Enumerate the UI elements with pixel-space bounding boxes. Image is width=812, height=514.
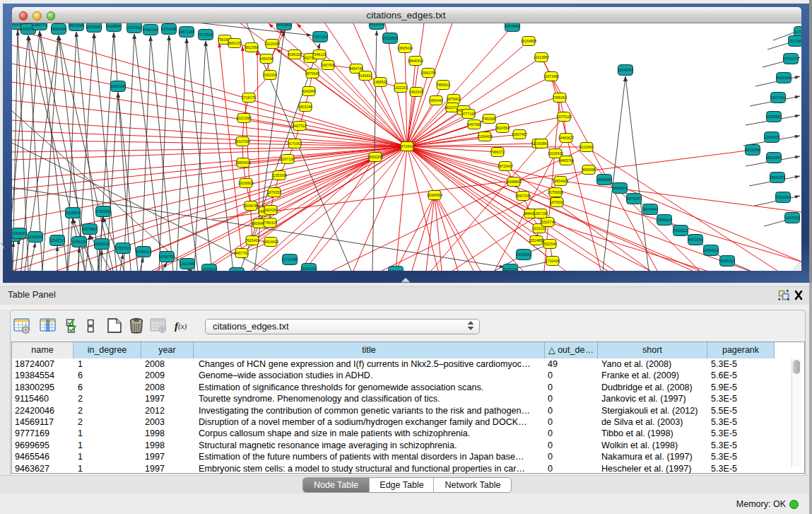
svg-text:1527602: 1527602 (127, 25, 141, 30)
svg-text:2718179: 2718179 (242, 95, 256, 100)
svg-text:9329966: 9329966 (777, 76, 791, 80)
svg-text:2967608: 2967608 (321, 63, 335, 67)
svg-text:10973493: 10973493 (543, 74, 559, 78)
svg-text:8938923: 8938923 (613, 186, 627, 190)
svg-text:1733426: 1733426 (546, 259, 560, 263)
svg-text:1171864: 1171864 (794, 30, 801, 34)
svg-text:18300295: 18300295 (367, 155, 383, 159)
svg-text:7986372: 7986372 (490, 150, 505, 154)
svg-text:12213382: 12213382 (236, 116, 252, 120)
svg-text:19166825: 19166825 (238, 181, 254, 185)
svg-text:13825419: 13825419 (397, 46, 413, 50)
svg-text:7462660: 7462660 (482, 117, 496, 121)
svg-text:12923466: 12923466 (180, 262, 195, 266)
svg-text:18107534: 18107534 (235, 139, 250, 144)
svg-text:9227341: 9227341 (771, 95, 785, 100)
svg-text:20053346: 20053346 (110, 84, 126, 88)
svg-text:8215958: 8215958 (746, 148, 760, 152)
svg-text:10961758: 10961758 (420, 71, 436, 75)
svg-text:1117186: 1117186 (789, 39, 801, 43)
svg-text:7515526: 7515526 (199, 33, 213, 37)
svg-text:20876682: 20876682 (505, 24, 520, 28)
svg-text:9115460: 9115460 (579, 145, 593, 149)
svg-text:9474444: 9474444 (643, 207, 657, 211)
svg-text:1803144: 1803144 (298, 105, 312, 109)
svg-text:10756928: 10756928 (548, 190, 563, 194)
svg-text:15751074: 15751074 (783, 57, 799, 61)
svg-text:6479197: 6479197 (627, 197, 641, 201)
svg-text:12093822: 12093822 (766, 115, 782, 119)
svg-text:21364436: 21364436 (477, 134, 493, 139)
svg-text:3875645: 3875645 (305, 71, 319, 76)
svg-text:(x): (x) (178, 322, 187, 331)
svg-text:16154808: 16154808 (521, 39, 536, 43)
svg-text:10975857: 10975857 (82, 227, 98, 231)
svg-text:1244415: 1244415 (765, 135, 779, 139)
svg-text:10958117: 10958117 (136, 250, 151, 254)
svg-text:17957223: 17957223 (115, 246, 131, 250)
svg-text:1167533: 1167533 (785, 216, 799, 220)
svg-text:19384554: 19384554 (427, 193, 442, 197)
svg-text:9777169: 9777169 (461, 112, 476, 116)
svg-text:18495764: 18495764 (558, 158, 574, 163)
svg-text:20206576: 20206576 (65, 211, 81, 215)
svg-text:15692971: 15692971 (770, 175, 785, 180)
svg-text:7546120: 7546120 (312, 52, 326, 57)
svg-text:10025433: 10025433 (548, 151, 563, 156)
svg-text:2935114: 2935114 (657, 218, 671, 222)
svg-text:20091406: 20091406 (51, 27, 66, 31)
svg-text:16671385: 16671385 (179, 30, 194, 34)
svg-text:9660135: 9660135 (228, 41, 242, 45)
svg-text:18307249: 18307249 (515, 194, 531, 198)
svg-text:1875692: 1875692 (550, 200, 564, 204)
svg-text:17353992: 17353992 (95, 209, 111, 214)
svg-text:9245033: 9245033 (302, 267, 316, 271)
svg-text:9146821: 9146821 (358, 74, 372, 78)
svg-text:10607467: 10607467 (512, 132, 527, 136)
svg-text:1345134: 1345134 (72, 240, 86, 244)
svg-text:13716485: 13716485 (282, 257, 298, 262)
svg-text:16782759: 16782759 (159, 255, 175, 259)
svg-text:12375125: 12375125 (556, 115, 572, 119)
svg-text:8454749: 8454749 (349, 66, 363, 71)
svg-text:21439061: 21439061 (12, 231, 27, 235)
svg-text:9427512: 9427512 (293, 124, 307, 128)
svg-text:3912958: 3912958 (245, 45, 259, 49)
svg-text:7955812: 7955812 (436, 83, 450, 87)
svg-text:10653267: 10653267 (86, 25, 102, 29)
svg-text:4170063: 4170063 (288, 141, 302, 146)
svg-text:1388520: 1388520 (373, 80, 387, 84)
svg-text:16210643: 16210643 (766, 156, 782, 160)
svg-text:1322203: 1322203 (394, 86, 408, 90)
svg-text:14136941: 14136941 (516, 252, 531, 257)
svg-text:12213967: 12213967 (534, 55, 549, 59)
svg-text:9245012: 9245012 (720, 259, 734, 263)
svg-text:17016504: 17016504 (775, 195, 791, 199)
svg-text:2522540: 2522540 (543, 242, 557, 246)
svg-text:9116684: 9116684 (107, 24, 120, 28)
svg-text:7485063: 7485063 (553, 95, 567, 100)
svg-text:7357224: 7357224 (313, 35, 327, 39)
svg-text:9457791: 9457791 (235, 251, 249, 255)
svg-text:11353594: 11353594 (271, 173, 287, 177)
svg-text:1990443: 1990443 (429, 98, 443, 103)
svg-text:18720407: 18720407 (498, 164, 513, 168)
svg-text:6497568: 6497568 (467, 122, 481, 127)
svg-text:8125014: 8125014 (503, 267, 517, 271)
svg-text:18640910: 18640910 (408, 59, 423, 63)
svg-text:7632621: 7632621 (673, 228, 688, 233)
svg-text:11520746: 11520746 (540, 220, 555, 224)
svg-text:8471676: 8471676 (688, 238, 702, 242)
svg-text:5267130: 5267130 (281, 157, 295, 161)
svg-text:1640956: 1640956 (597, 177, 611, 182)
svg-text:10648784: 10648784 (618, 68, 633, 72)
svg-text:12156829: 12156829 (28, 235, 43, 239)
svg-text:2450112: 2450112 (389, 269, 402, 271)
svg-text:1962615: 1962615 (409, 90, 423, 94)
svg-text:9971548: 9971548 (69, 23, 83, 28)
svg-text:16046788: 16046788 (243, 204, 259, 208)
svg-text:2342004: 2342004 (263, 73, 277, 77)
svg-text:1678353: 1678353 (267, 190, 281, 194)
svg-text:13226058: 13226058 (264, 42, 280, 46)
svg-text:19654933: 19654933 (235, 160, 251, 165)
